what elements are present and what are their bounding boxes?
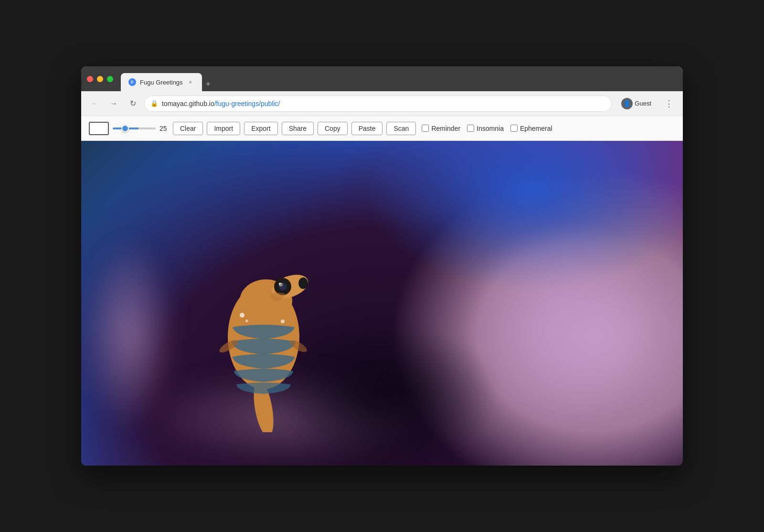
maximize-window-button[interactable] bbox=[107, 76, 113, 82]
brush-size-slider[interactable] bbox=[113, 128, 156, 129]
forward-button[interactable]: → bbox=[106, 96, 121, 111]
clear-button[interactable]: Clear bbox=[173, 122, 203, 135]
export-button[interactable]: Export bbox=[244, 122, 277, 135]
app-toolbar: 25 Clear Import Export Share Copy Paste … bbox=[81, 116, 683, 141]
checkbox-group: Reminder Insomnia Ephemeral bbox=[422, 125, 552, 132]
share-button[interactable]: Share bbox=[282, 122, 314, 135]
color-swatch[interactable] bbox=[89, 122, 109, 135]
traffic-lights bbox=[87, 76, 113, 82]
reload-button[interactable]: ↻ bbox=[125, 96, 140, 111]
title-bar: F Fugu Greetings × + bbox=[81, 66, 683, 91]
underwater-background bbox=[81, 141, 683, 466]
close-window-button[interactable] bbox=[87, 76, 93, 82]
ephemeral-checkbox-label[interactable]: Ephemeral bbox=[510, 125, 552, 132]
reminder-label: Reminder bbox=[431, 125, 460, 132]
tab-favicon: F bbox=[128, 78, 136, 86]
insomnia-label: Insomnia bbox=[477, 125, 504, 132]
lock-icon: 🔒 bbox=[150, 100, 158, 107]
svg-point-8 bbox=[245, 319, 248, 322]
svg-point-9 bbox=[281, 319, 285, 323]
svg-point-2 bbox=[240, 313, 244, 318]
profile-icon: 👤 bbox=[621, 98, 633, 109]
paste-button[interactable]: Paste bbox=[351, 122, 383, 135]
svg-point-17 bbox=[279, 283, 281, 285]
insomnia-checkbox[interactable] bbox=[467, 125, 474, 132]
profile-name: Guest bbox=[635, 100, 651, 107]
profile-area[interactable]: 👤 Guest bbox=[615, 96, 657, 111]
svg-point-12 bbox=[298, 277, 308, 289]
insomnia-checkbox-label[interactable]: Insomnia bbox=[467, 125, 504, 132]
slider-value: 25 bbox=[159, 125, 169, 132]
ephemeral-label: Ephemeral bbox=[520, 125, 552, 132]
address-bar: ← → ↻ 🔒 tomayac.github.io/fugu-greetings… bbox=[81, 91, 683, 116]
tab-close-button[interactable]: × bbox=[187, 78, 194, 86]
back-button[interactable]: ← bbox=[87, 96, 102, 111]
tab-title: Fugu Greetings bbox=[140, 79, 183, 86]
import-button[interactable]: Import bbox=[207, 122, 240, 135]
copy-button[interactable]: Copy bbox=[318, 122, 348, 135]
reminder-checkbox-label[interactable]: Reminder bbox=[422, 125, 460, 132]
ephemeral-checkbox[interactable] bbox=[510, 125, 518, 132]
url-bar[interactable]: 🔒 tomayac.github.io/fugu-greetings/publi… bbox=[144, 96, 612, 112]
scan-button[interactable]: Scan bbox=[386, 122, 416, 135]
slider-container: 25 bbox=[113, 125, 169, 132]
browser-window: F Fugu Greetings × + ← → ↻ 🔒 tomayac.git… bbox=[81, 66, 683, 466]
tab-area: F Fugu Greetings × + bbox=[121, 66, 677, 91]
active-tab[interactable]: F Fugu Greetings × bbox=[121, 73, 202, 91]
browser-menu-button[interactable]: ⋮ bbox=[661, 96, 677, 111]
minimize-window-button[interactable] bbox=[97, 76, 103, 82]
url-text: tomayac.github.io/fugu-greetings/public/ bbox=[162, 100, 280, 107]
content-area bbox=[81, 141, 683, 466]
fish-image bbox=[190, 232, 342, 432]
new-tab-button[interactable]: + bbox=[202, 77, 215, 91]
reminder-checkbox[interactable] bbox=[422, 125, 429, 132]
